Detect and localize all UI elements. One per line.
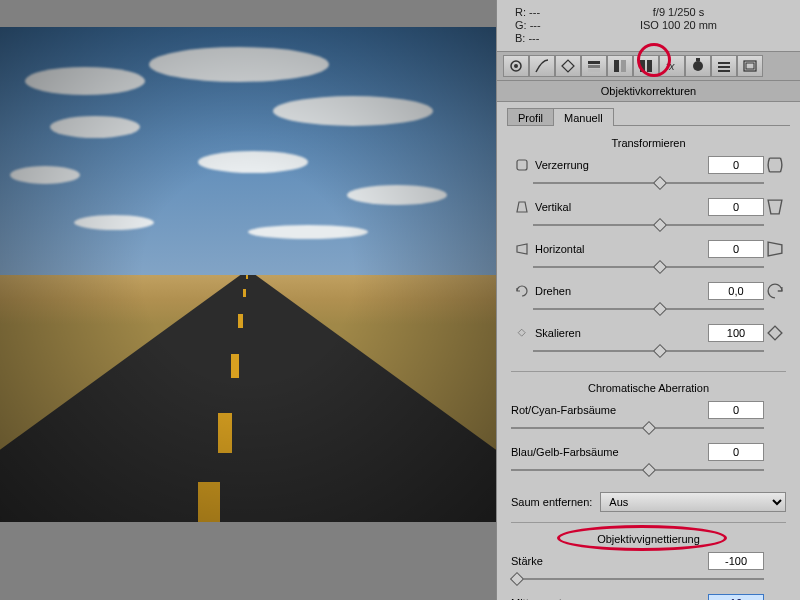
drehen-icon-right xyxy=(764,280,786,302)
blaugelb-label: Blau/Gelb-Farbsäume xyxy=(511,446,708,458)
info-iso: ISO 100 20 mm xyxy=(575,19,782,32)
blaugelb-slider[interactable] xyxy=(511,464,786,476)
split-tone-tab-button[interactable] xyxy=(607,55,633,77)
snapshots-tab-button[interactable] xyxy=(737,55,763,77)
tab-profil[interactable]: Profil xyxy=(507,108,554,126)
skalieren-slider[interactable] xyxy=(533,345,786,357)
defringe-select[interactable]: Aus xyxy=(600,492,786,512)
info-b: B: --- xyxy=(515,32,575,45)
staerke-slider[interactable] xyxy=(511,573,786,585)
image-info: R: --- G: --- B: --- f/9 1/250 s ISO 100… xyxy=(497,4,800,51)
presets-tab-button[interactable] xyxy=(711,55,737,77)
skalieren-icon-left xyxy=(511,325,533,341)
horizontal-icon-left xyxy=(511,241,533,257)
verzerrung-input[interactable] xyxy=(708,156,764,174)
tab-manuell[interactable]: Manuell xyxy=(553,108,614,126)
info-exposure: f/9 1/250 s xyxy=(575,6,782,19)
svg-rect-2 xyxy=(588,61,600,64)
info-r: R: --- xyxy=(515,6,575,19)
svg-point-1 xyxy=(514,64,518,68)
drehen-icon-left xyxy=(511,283,533,299)
lens-corrections-tab-button[interactable] xyxy=(633,55,659,77)
basic-tab-button[interactable] xyxy=(503,55,529,77)
vertikal-icon-right xyxy=(764,196,786,218)
vertikal-slider[interactable] xyxy=(533,219,786,231)
horizontal-label: Horizontal xyxy=(533,243,708,255)
svg-rect-5 xyxy=(614,60,619,72)
calibration-tab-button[interactable] xyxy=(685,55,711,77)
vertikal-input[interactable] xyxy=(708,198,764,216)
vertikal-label: Vertikal xyxy=(533,201,708,213)
verzerrung-label: Verzerrung xyxy=(533,159,708,171)
drehen-slider[interactable] xyxy=(533,303,786,315)
skalieren-label: Skalieren xyxy=(533,327,708,339)
info-g: G: --- xyxy=(515,19,575,32)
svg-text:fx: fx xyxy=(666,60,675,72)
chromatic-title: Chromatische Aberration xyxy=(511,378,786,400)
hsl-tab-button[interactable] xyxy=(581,55,607,77)
verzerrung-slider[interactable] xyxy=(533,177,786,189)
horizontal-slider[interactable] xyxy=(533,261,786,273)
defringe-label: Saum entfernen: xyxy=(511,496,592,508)
rotcyan-label: Rot/Cyan-Farbsäume xyxy=(511,404,708,416)
skalieren-icon-right xyxy=(764,322,786,344)
svg-point-10 xyxy=(693,61,703,71)
svg-rect-16 xyxy=(746,63,754,69)
svg-rect-3 xyxy=(588,65,600,68)
svg-rect-14 xyxy=(718,70,730,72)
svg-rect-11 xyxy=(696,58,700,61)
horizontal-icon-right xyxy=(764,238,786,260)
preview-image xyxy=(0,27,496,522)
staerke-input[interactable] xyxy=(708,552,764,570)
verzerrung-icon-left xyxy=(511,157,533,173)
tone-curve-tab-button[interactable] xyxy=(529,55,555,77)
horizontal-input[interactable] xyxy=(708,240,764,258)
svg-rect-13 xyxy=(718,66,730,68)
panel-toolbar: fx xyxy=(497,51,800,81)
drehen-input[interactable] xyxy=(708,282,764,300)
svg-rect-12 xyxy=(718,62,730,64)
svg-rect-7 xyxy=(640,60,645,72)
svg-rect-6 xyxy=(621,60,626,72)
rotcyan-slider[interactable] xyxy=(511,422,786,434)
drehen-label: Drehen xyxy=(533,285,708,297)
vignette-title: Objektivvignettierung xyxy=(511,529,786,551)
panel-title: Objektivkorrekturen xyxy=(497,81,800,102)
svg-rect-8 xyxy=(647,60,652,72)
rotcyan-input[interactable] xyxy=(708,401,764,419)
detail-tab-button[interactable] xyxy=(555,55,581,77)
staerke-label: Stärke xyxy=(511,555,708,567)
transform-title: Transformieren xyxy=(511,133,786,155)
svg-rect-4 xyxy=(588,69,600,72)
effects-tab-button[interactable]: fx xyxy=(659,55,685,77)
blaugelb-input[interactable] xyxy=(708,443,764,461)
verzerrung-icon-right xyxy=(764,154,786,176)
side-panel: R: --- G: --- B: --- f/9 1/250 s ISO 100… xyxy=(496,0,800,600)
preview-area xyxy=(0,0,496,600)
mittenwert-input[interactable] xyxy=(708,594,764,600)
skalieren-input[interactable] xyxy=(708,324,764,342)
vertikal-icon-left xyxy=(511,199,533,215)
svg-rect-17 xyxy=(517,160,527,170)
